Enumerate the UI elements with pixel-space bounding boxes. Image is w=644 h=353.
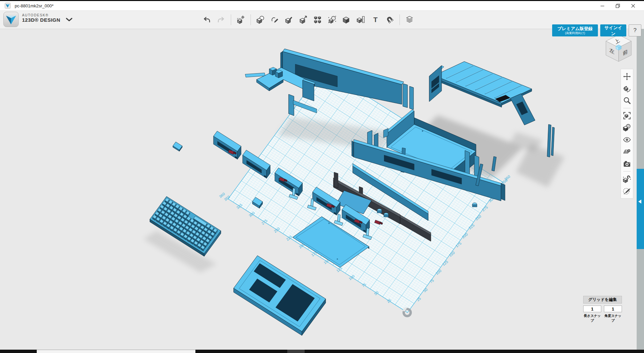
view-orbit-button[interactable] xyxy=(622,83,632,95)
toolbar-text-button[interactable]: T xyxy=(370,13,381,26)
angle-snap-label: 角度スナップ xyxy=(604,314,622,323)
close-icon xyxy=(631,4,635,8)
expand-panel-arrow-icon xyxy=(638,200,641,204)
window-title: pc-8801mk2sr_000* xyxy=(15,3,53,8)
primitives-icon xyxy=(256,15,265,24)
toolbar-combine-button[interactable] xyxy=(327,13,338,26)
brand-text: AUTODESK® 123D® DESIGN xyxy=(22,13,60,23)
right-edge-scrollbar[interactable] xyxy=(637,29,644,350)
view-fit-view-button[interactable] xyxy=(622,110,632,122)
pan-icon xyxy=(623,72,631,81)
toolbar-transform-move-button[interactable] xyxy=(235,13,247,26)
zoom-icon xyxy=(623,96,631,105)
length-snap-input[interactable] xyxy=(583,306,601,312)
toolbar-separator xyxy=(231,14,231,25)
toolbar-separator xyxy=(399,14,400,25)
view-sketch-visibility-button[interactable] xyxy=(622,185,632,197)
measure-icon xyxy=(357,15,365,24)
combine-icon xyxy=(328,15,337,24)
minimize-button[interactable] xyxy=(595,1,610,10)
os-taskbar[interactable] xyxy=(0,350,644,353)
view-toolbar-separator xyxy=(623,171,631,171)
minimize-icon xyxy=(600,4,605,8)
collapsed-panel-tab[interactable] xyxy=(637,169,644,249)
toolbar-measure-button[interactable] xyxy=(355,13,367,26)
view-snap-to-object-button[interactable] xyxy=(622,173,632,185)
toolbar-sketch-button[interactable] xyxy=(269,13,281,26)
sign-in-button[interactable]: サインイン xyxy=(600,24,626,36)
application-toolbar: AUTODESK® 123D® DESIGN T プレミアム版登録 (商業利用向… xyxy=(0,10,644,29)
toolbar-pattern-button[interactable] xyxy=(312,13,324,26)
grid-visibility-icon xyxy=(623,147,631,156)
toolbar-redo-button[interactable] xyxy=(215,13,227,26)
snap-icon xyxy=(385,15,394,24)
text-icon: T xyxy=(371,15,380,24)
sketch-icon xyxy=(271,15,279,24)
shaded-view-icon xyxy=(623,123,631,132)
snap-to-object-icon xyxy=(623,174,631,183)
view-visibility-button[interactable] xyxy=(622,134,632,146)
toolbar-construct-button[interactable] xyxy=(284,13,295,26)
premium-register-button[interactable]: プレミアム版登録 (商業利用向け) xyxy=(552,24,598,36)
modify-icon xyxy=(299,15,308,24)
construct-icon xyxy=(285,15,294,24)
length-snap-label: 長さスナップ xyxy=(583,314,601,323)
view-zoom-button[interactable] xyxy=(622,95,632,107)
toolbar-primitives-button[interactable] xyxy=(255,13,266,26)
fit-view-icon xyxy=(623,111,631,120)
angle-snap-input[interactable] xyxy=(604,306,622,312)
taskbar-app-segment[interactable] xyxy=(37,350,195,353)
main-menu-chevron-icon[interactable] xyxy=(65,17,73,23)
view-grid-visibility-button[interactable] xyxy=(622,146,632,158)
taskbar-app-segment-2[interactable] xyxy=(287,350,305,353)
3d-scene[interactable]: 2525505075751001001251251501501751752002… xyxy=(0,0,644,353)
screenshot-icon xyxy=(623,159,631,168)
layers-icon xyxy=(405,15,414,24)
grid-snap-panel: グリッドを編集 長さスナップ 角度スナップ xyxy=(583,296,622,304)
restore-button[interactable] xyxy=(610,1,625,10)
visibility-icon xyxy=(623,135,631,144)
close-button[interactable] xyxy=(626,1,640,10)
toolbar-modify-button[interactable] xyxy=(298,13,309,26)
redo-icon xyxy=(217,15,225,24)
toolbar-layers-button[interactable] xyxy=(404,13,415,26)
transform-move-icon xyxy=(236,15,245,24)
3d-viewport[interactable]: 2525505075751001001251251501501751752002… xyxy=(0,0,644,353)
undo-icon xyxy=(202,15,211,24)
restore-icon xyxy=(616,4,620,8)
view-screenshot-button[interactable] xyxy=(622,158,632,170)
edit-grid-button[interactable]: グリッドを編集 xyxy=(583,296,622,304)
view-toolbar-separator xyxy=(623,108,631,108)
app-window: 2525505075751001001251251501501751752002… xyxy=(0,0,644,353)
window-titlebar: pc-8801mk2sr_000* xyxy=(0,1,644,11)
orbit-icon xyxy=(623,84,631,93)
svg-text:T: T xyxy=(373,16,378,23)
toolbar-undo-button[interactable] xyxy=(201,13,212,26)
toolbar-separator xyxy=(251,14,251,25)
view-shaded-view-button[interactable] xyxy=(622,122,632,134)
toolbar-snap-button[interactable] xyxy=(384,13,395,26)
123d-design-logo[interactable] xyxy=(3,12,19,27)
sketch-visibility-icon xyxy=(623,187,631,195)
app-document-icon xyxy=(5,3,11,9)
material-icon xyxy=(342,15,351,24)
toolbar-material-button[interactable] xyxy=(341,13,352,26)
view-pan-button[interactable] xyxy=(622,71,632,83)
main-toolbar: T xyxy=(201,13,415,27)
help-button[interactable]: ? xyxy=(629,24,641,36)
view-toolbar xyxy=(621,69,633,199)
pattern-icon xyxy=(314,15,322,24)
